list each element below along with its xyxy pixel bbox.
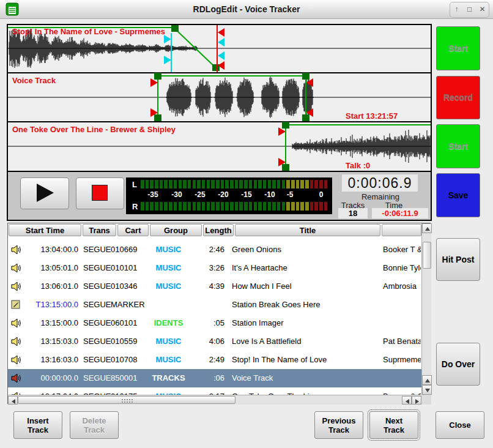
- speaker-icon: [11, 373, 22, 383]
- cell-title: Voice Track: [232, 369, 380, 387]
- meter-segment: [282, 180, 286, 189]
- meter-segment: [324, 202, 328, 211]
- hit-post-button[interactable]: Hit Post: [436, 238, 480, 281]
- scroll-left-button[interactable]: [8, 396, 18, 405]
- log-row[interactable]: 00:00:00.0SEGUE850001TRACKS:06Voice Trac…: [8, 369, 421, 387]
- cell-trans: SEGUE: [83, 259, 111, 277]
- meter-segment: [244, 202, 248, 211]
- cell-title: How Much I Feel: [232, 277, 380, 296]
- close-button[interactable]: Close: [436, 411, 484, 439]
- maximize-button[interactable]: □: [463, 2, 476, 16]
- meter-segment: [254, 202, 258, 211]
- track2-label: Voice Track: [12, 76, 56, 85]
- meter-segment: [146, 202, 149, 211]
- meter-segment: [216, 180, 220, 189]
- meter-segment: [164, 202, 168, 211]
- column-header-artist[interactable]: [382, 224, 421, 236]
- track-separator: [8, 121, 431, 122]
- horizontal-scroll-thumb[interactable]: [18, 396, 235, 404]
- scroll-down-button[interactable]: [422, 385, 432, 395]
- window-controls: ↑ □ ✕: [450, 2, 489, 18]
- vertical-scrollbar[interactable]: [421, 223, 431, 395]
- log-row[interactable]: 13:05:01.0SEGUE010101MUSIC3:26It's A Hea…: [8, 259, 421, 277]
- meter-segment: [272, 180, 276, 189]
- meter-segment: [291, 202, 295, 211]
- meter-scale-label: -10: [261, 190, 279, 199]
- meter-segment: [216, 202, 220, 211]
- waveform-panel[interactable]: Stop! In The Name of Love - Suprmemes Vo…: [7, 24, 432, 172]
- meter-segment: [193, 202, 196, 211]
- log-row[interactable]: 13:17:04.0SEGUE010175MUSIC3:17One Toke O…: [8, 387, 421, 395]
- cell-title: It's A Heartache: [232, 259, 380, 277]
- meter-segment: [235, 202, 239, 211]
- cell-trans: SEGUE: [83, 241, 111, 259]
- scroll-up-button[interactable]: [422, 223, 432, 233]
- scroll-left-button-right[interactable]: [402, 396, 412, 405]
- log-row[interactable]: 13:04:00.0SEGUE010669MUSIC2:46Green Onio…: [8, 241, 421, 259]
- delete-track-button[interactable]: Delete Track: [70, 411, 119, 439]
- record-button[interactable]: Record: [436, 76, 480, 119]
- cell-cart: MARKER: [111, 296, 145, 314]
- column-header-start-time[interactable]: Start Time: [9, 224, 81, 236]
- track3-label: One Toke Over The Line - Brewer & Shiple…: [12, 125, 176, 134]
- speaker-icon: [11, 318, 22, 328]
- next-track-button[interactable]: Next Track: [369, 411, 418, 439]
- cell-group: IDENTS: [143, 314, 195, 332]
- track1-label: Stop! In The Name of Love - Suprmemes: [12, 27, 165, 36]
- play-button[interactable]: [20, 177, 69, 209]
- meter-segment: [319, 180, 323, 189]
- cell-title: Station Break Goes Here: [232, 296, 380, 314]
- cell-cart: 010175: [111, 387, 145, 395]
- meter-left-label: L: [132, 180, 137, 189]
- speaker-icon: [11, 282, 22, 291]
- column-header-group[interactable]: Group: [150, 224, 202, 236]
- insert-track-button[interactable]: Insert Track: [13, 411, 62, 439]
- cell-length: 4:39: [198, 277, 224, 296]
- meter-segment: [263, 202, 267, 211]
- log-row[interactable]: 13:06:01.0SEGUE010346MUSIC4:39How Much I…: [8, 277, 421, 296]
- cell-cart: 850001: [111, 369, 145, 387]
- cell-start-time: 13:15:03.0: [24, 332, 78, 351]
- close-window-button[interactable]: ✕: [476, 2, 489, 16]
- meter-segment: [254, 180, 258, 189]
- log-row[interactable]: 13:16:03.0SEGUE010708MUSIC2:49Stop! In T…: [8, 351, 421, 369]
- cell-start-time: 13:06:01.0: [24, 277, 78, 296]
- meter-segment: [305, 202, 309, 211]
- stop-button[interactable]: [76, 177, 124, 209]
- scroll-right-button[interactable]: [412, 396, 421, 405]
- meter-segment: [221, 180, 224, 189]
- meter-segment: [291, 180, 295, 189]
- column-header-trans[interactable]: Trans: [83, 224, 116, 236]
- cell-length: 3:26: [198, 259, 224, 277]
- meter-segment: [314, 180, 318, 189]
- vertical-scroll-thumb[interactable]: [423, 242, 431, 269]
- cell-start-time: 13:05:01.0: [24, 259, 78, 277]
- audio-level-meter: L R -35-30-25-20-15-10-50: [126, 177, 332, 214]
- do-over-button[interactable]: Do Over: [436, 343, 480, 386]
- start-button-track1[interactable]: Start: [436, 26, 480, 70]
- meter-segment: [179, 202, 182, 211]
- scroll-up-button-bottom[interactable]: [422, 375, 432, 385]
- log-row[interactable]: 13:15:03.0SEGUE010559MUSIC4:06Love Is A …: [8, 332, 421, 351]
- cell-trans: SEGUE: [83, 351, 111, 369]
- meter-segments-left: [141, 180, 329, 189]
- meter-segment: [150, 202, 154, 211]
- start-button-track3[interactable]: Start: [436, 124, 480, 168]
- cell-title: One Toke Over The Line: [232, 387, 380, 395]
- previous-track-button[interactable]: Previous Track: [314, 411, 363, 439]
- cell-group: TRACKS: [143, 369, 195, 387]
- column-header-length[interactable]: Length: [203, 224, 234, 236]
- track1-segue-start-marker[interactable]: [164, 33, 171, 72]
- column-header-cart[interactable]: Cart: [117, 224, 149, 236]
- log-row[interactable]: 13:15:00.0SEGUE060101IDENTS:05Station Im…: [8, 314, 421, 332]
- waveform-svg: [8, 25, 431, 171]
- save-button[interactable]: Save: [436, 173, 480, 217]
- log-row[interactable]: T13:15:00.0SEGUEMARKERStation Break Goes…: [8, 296, 421, 314]
- horizontal-scrollbar[interactable]: [8, 395, 421, 405]
- cell-length: 4:06: [198, 332, 224, 351]
- column-header-title[interactable]: Title: [235, 224, 380, 236]
- meter-segment: [169, 180, 172, 189]
- shade-button[interactable]: ↑: [450, 2, 463, 16]
- meter-segment: [268, 180, 272, 189]
- meter-segment: [244, 180, 248, 189]
